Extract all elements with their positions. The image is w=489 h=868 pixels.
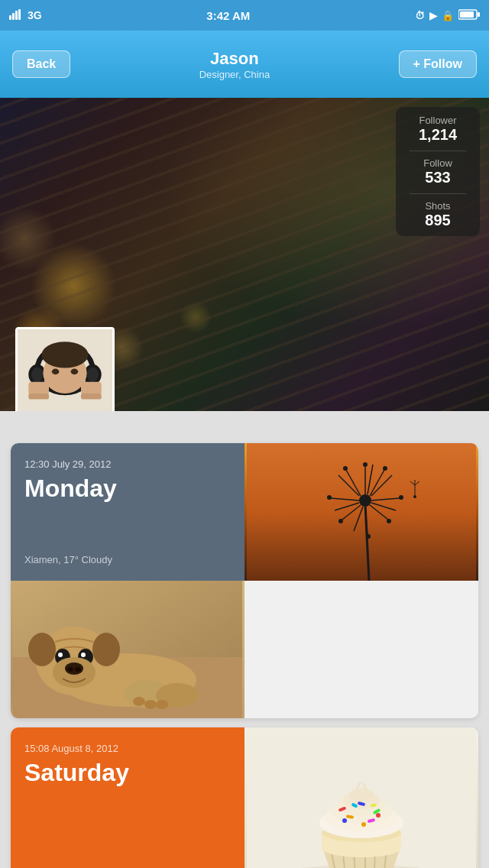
content-area: 12:30 July 29, 2012 Monday Xiamen, 17° C… (0, 411, 489, 868)
follower-label: Follower (410, 115, 466, 126)
clock-icon: ⏱ (415, 10, 425, 21)
svg-point-97 (361, 822, 366, 827)
svg-point-12 (87, 368, 99, 382)
shots-count: 895 (410, 212, 466, 228)
network-type: 3G (28, 9, 42, 21)
dandelion-photo[interactable] (244, 443, 478, 581)
svg-point-20 (41, 342, 88, 368)
svg-rect-0 (9, 15, 11, 20)
avatar-area (15, 327, 115, 411)
svg-point-58 (81, 653, 86, 657)
status-signal: 3G (9, 9, 42, 22)
svg-rect-18 (28, 394, 49, 400)
post-location-monday: Xiamen, 17° Cloudy (24, 554, 231, 565)
shots-stat[interactable]: Shots 895 (410, 200, 466, 228)
svg-rect-17 (81, 382, 102, 395)
svg-point-44 (327, 495, 332, 500)
back-button[interactable]: Back (12, 50, 70, 78)
cupcake-photo[interactable] (244, 727, 478, 868)
svg-point-38 (363, 462, 368, 467)
svg-point-23 (359, 494, 371, 507)
svg-rect-6 (460, 11, 474, 18)
svg-point-61 (67, 667, 73, 672)
svg-rect-16 (28, 382, 49, 395)
avatar[interactable] (15, 327, 115, 411)
stat-divider-2 (410, 193, 466, 194)
svg-rect-5 (478, 12, 480, 17)
svg-point-45 (343, 466, 348, 471)
follower-count: 1,214 (410, 126, 466, 143)
post-card-saturday: 15:08 August 8, 2012 Saturday (11, 727, 478, 868)
svg-point-69 (156, 700, 168, 709)
svg-rect-1 (12, 13, 15, 20)
shots-label: Shots (410, 200, 466, 212)
status-icons: ⏱ ▶ 🔒 (415, 9, 480, 22)
follow-label: Follow (410, 157, 466, 169)
svg-point-42 (366, 534, 371, 539)
svg-point-57 (58, 653, 63, 657)
follower-stat: Follower 1,214 (410, 115, 466, 143)
svg-point-67 (133, 697, 145, 706)
nav-title-block: Jason Designer, China (199, 49, 270, 80)
post-grid-saturday: 15:08 August 8, 2012 Saturday (11, 727, 478, 868)
svg-point-46 (413, 495, 416, 498)
stat-divider-1 (410, 151, 466, 151)
battery-icon (458, 9, 480, 22)
date-tile-monday[interactable]: 12:30 July 29, 2012 Monday Xiamen, 17° C… (11, 443, 244, 581)
post-day-monday: Monday (24, 474, 231, 503)
svg-point-15 (71, 369, 79, 375)
svg-rect-19 (81, 394, 102, 400)
post-datetime-monday: 12:30 July 29, 2012 (24, 458, 231, 470)
svg-point-62 (75, 667, 81, 672)
svg-point-10 (31, 368, 43, 382)
empty-cell (244, 581, 478, 718)
stats-overlay: Follower 1,214 Follow 533 Shots 895 (396, 107, 480, 236)
lock-icon: 🔒 (442, 10, 454, 21)
svg-point-95 (376, 813, 381, 818)
post-grid-pug (11, 581, 478, 718)
follow-count: 533 (410, 169, 466, 186)
post-datetime-saturday: 15:08 August 8, 2012 (24, 743, 231, 754)
status-bar: 3G 3:42 AM ⏱ ▶ 🔒 (0, 0, 489, 31)
cover-photo-area: Follower 1,214 Follow 533 Shots 895 (0, 98, 489, 411)
user-subtitle: Designer, China (199, 69, 270, 80)
svg-point-63 (28, 633, 56, 666)
post-grid-monday: 12:30 July 29, 2012 Monday Xiamen, 17° C… (11, 443, 478, 581)
svg-rect-2 (15, 11, 18, 20)
location-icon: ▶ (429, 10, 437, 21)
svg-point-96 (342, 818, 347, 823)
svg-point-87 (349, 788, 374, 802)
svg-rect-3 (18, 9, 21, 20)
post-card-monday: 12:30 July 29, 2012 Monday Xiamen, 17° C… (11, 443, 478, 718)
svg-point-14 (52, 369, 60, 375)
svg-point-40 (399, 495, 403, 500)
svg-point-39 (383, 466, 387, 471)
status-time: 3:42 AM (206, 9, 250, 22)
date-tile-saturday[interactable]: 15:08 August 8, 2012 Saturday (11, 727, 244, 868)
user-name: Jason (199, 49, 270, 69)
follow-stat[interactable]: Follow 533 (410, 157, 466, 186)
svg-point-41 (387, 519, 391, 523)
pug-photo[interactable] (11, 581, 244, 718)
svg-point-43 (338, 519, 343, 523)
nav-bar: Back Jason Designer, China + Follow (0, 31, 489, 98)
post-day-saturday: Saturday (24, 759, 231, 787)
follow-button[interactable]: + Follow (399, 50, 477, 78)
svg-point-64 (92, 633, 120, 666)
signal-bars-icon (9, 9, 24, 22)
svg-point-68 (144, 700, 157, 709)
